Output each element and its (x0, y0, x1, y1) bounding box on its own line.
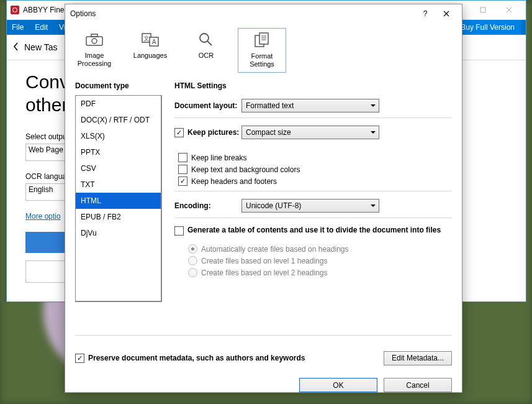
preserve-metadata-label: Preserve document metadata, such as auth… (88, 354, 305, 362)
document-type-item[interactable]: CSV (76, 160, 161, 177)
svg-rect-2 (91, 34, 97, 37)
dialog-titlebar: Options ? (65, 4, 462, 23)
svg-rect-10 (259, 33, 268, 44)
svg-text:文: 文 (143, 35, 150, 42)
keep-line-breaks-label: Keep line breaks (191, 154, 246, 162)
document-type-item[interactable]: HTML (76, 193, 161, 209)
preserve-metadata-checkbox[interactable] (75, 354, 84, 363)
encoding-value: Unicode (UTF-8) (246, 201, 301, 210)
keep-pictures-checkbox[interactable] (174, 128, 184, 137)
svg-rect-1 (86, 37, 102, 45)
document-type-heading: Document type (75, 81, 162, 90)
svg-text:A: A (152, 39, 156, 45)
tab-image-processing[interactable]: Image Processing (70, 28, 119, 73)
tab-languages[interactable]: 文A Languages (126, 28, 174, 73)
more-options-link[interactable]: More optio (25, 212, 61, 221)
languages-icon: 文A (140, 32, 160, 48)
settings-heading: HTML Settings (174, 81, 452, 90)
dialog-help-button[interactable]: ? (415, 6, 436, 22)
toc-level2-label: Create files based on level 2 headings (201, 269, 327, 277)
keep-colors-label: Keep text and background colors (191, 165, 300, 174)
document-layout-select[interactable]: Formatted text (241, 99, 379, 112)
task-breadcrumb[interactable]: New Tas (24, 42, 57, 52)
dialog-title: Options (70, 9, 415, 18)
ok-button[interactable]: OK (299, 378, 377, 392)
svg-point-3 (92, 39, 97, 44)
document-type-item[interactable]: DOC(X) / RTF / ODT (76, 112, 161, 128)
toc-level1-radio[interactable] (188, 256, 197, 265)
tab-label: Image Processing (78, 52, 111, 67)
encoding-select[interactable]: Unicode (UTF-8) (241, 199, 379, 213)
keep-headers-checkbox[interactable] (178, 177, 187, 186)
generate-toc-checkbox[interactable] (174, 226, 184, 236)
dialog-close-button[interactable] (436, 6, 457, 22)
keep-pictures-label: Keep pictures: (187, 128, 239, 137)
cancel-button[interactable]: Cancel (384, 378, 452, 392)
document-type-item[interactable]: TXT (76, 177, 161, 193)
svg-point-8 (200, 34, 209, 42)
encoding-label: Encoding: (174, 201, 241, 210)
keep-line-breaks-checkbox[interactable] (178, 153, 187, 162)
document-type-item[interactable]: PDF (76, 96, 161, 112)
generate-toc-label: Generate a table of contents and use it … (187, 226, 441, 234)
documents-icon (252, 32, 272, 48)
tab-format-settings[interactable]: Format Settings (238, 28, 286, 73)
tab-label: Format Settings (250, 52, 274, 68)
document-layout-label: Document layout: (174, 101, 241, 110)
document-type-item[interactable]: PPTX (76, 144, 161, 160)
back-icon[interactable] (13, 42, 19, 53)
abbyy-logo-icon (11, 6, 19, 14)
document-layout-value: Formatted text (246, 101, 294, 110)
document-type-item[interactable]: EPUB / FB2 (76, 209, 161, 225)
ocr-language-value: English (29, 185, 53, 194)
keep-pictures-value: Compact size (246, 128, 291, 137)
svg-rect-0 (480, 7, 485, 12)
document-type-item[interactable]: DjVu (76, 225, 161, 241)
output-format-value: Web Page ( (29, 145, 68, 154)
edit-metadata-button[interactable]: Edit Metadata... (384, 351, 452, 365)
menu-edit[interactable]: Edit (35, 23, 48, 32)
buy-full-version-button[interactable]: Buy Full Version (454, 20, 521, 35)
camera-icon (84, 32, 104, 48)
tab-label: Languages (133, 52, 167, 60)
toc-level1-label: Create files based on level 1 headings (201, 257, 327, 265)
keep-colors-checkbox[interactable] (178, 165, 187, 174)
menu-file[interactable]: File (12, 23, 24, 32)
tab-ocr[interactable]: OCR (182, 28, 230, 73)
keep-headers-label: Keep headers and footers (191, 177, 277, 186)
options-dialog: Options ? Image Processing 文A Languages (65, 4, 462, 393)
dialog-tabs: Image Processing 文A Languages OCR Format… (65, 23, 462, 76)
close-button[interactable] (496, 1, 522, 19)
magnifier-icon (196, 32, 216, 48)
maximize-button[interactable] (470, 1, 496, 19)
toc-level2-radio[interactable] (188, 268, 197, 277)
toc-auto-radio[interactable] (188, 244, 197, 254)
document-type-list[interactable]: PDFDOC(X) / RTF / ODTXLS(X)PPTXCSVTXTHTM… (75, 95, 162, 302)
tab-label: OCR (199, 52, 214, 60)
toc-auto-label: Automatically create files based on head… (201, 245, 348, 254)
document-type-item[interactable]: XLS(X) (76, 128, 161, 144)
keep-pictures-select[interactable]: Compact size (241, 126, 379, 139)
